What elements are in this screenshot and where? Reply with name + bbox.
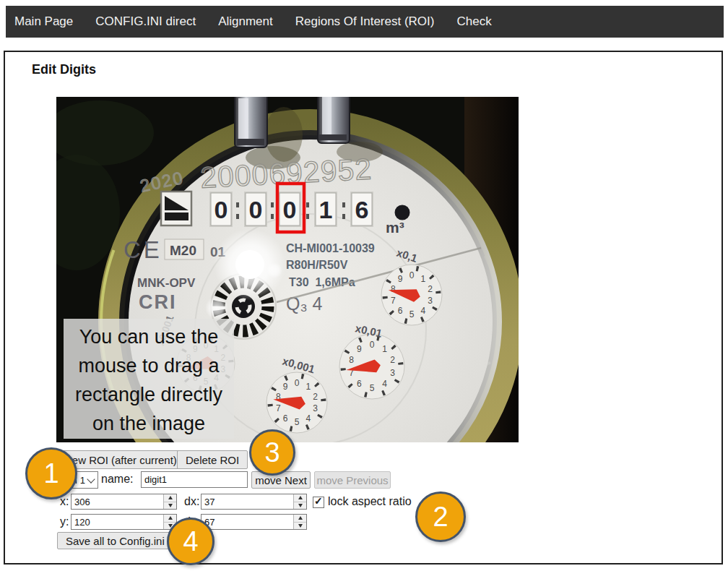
odometer-cell: 6: [350, 192, 373, 227]
spin-down-button[interactable]: [164, 502, 176, 510]
nav-item-main-page[interactable]: Main Page: [14, 14, 73, 29]
odometer-cell: 0: [244, 192, 267, 227]
svg-text:8: 8: [349, 355, 354, 365]
spin-up-button[interactable]: [164, 515, 176, 523]
svg-text:2: 2: [313, 392, 318, 402]
roi-name-input[interactable]: [141, 471, 248, 488]
svg-text:4: 4: [382, 379, 387, 389]
nav-item-alignment[interactable]: Alignment: [218, 14, 273, 29]
nav-item-regions-of-interest[interactable]: Regions Of Interest (ROI): [295, 14, 435, 29]
spin-down-button[interactable]: [294, 502, 306, 510]
x-spinner: [163, 494, 176, 509]
y-input[interactable]: [72, 515, 163, 529]
meter-ce-mark: CE: [124, 236, 162, 263]
move-previous-button[interactable]: move Previous: [314, 471, 391, 489]
meter-model: CRI: [139, 291, 177, 313]
y-field: [71, 514, 177, 530]
svg-text:9: 9: [357, 344, 362, 354]
page: Main Page CONFIG.INI direct Alignment Re…: [0, 0, 728, 571]
svg-text:0: 0: [283, 196, 297, 223]
top-navbar: Main Page CONFIG.INI direct Alignment Re…: [6, 6, 724, 38]
dy-field: [201, 514, 307, 530]
dx-input[interactable]: [202, 494, 293, 509]
svg-text:9: 9: [283, 382, 288, 392]
svg-text:3: 3: [428, 296, 433, 306]
odometer-cell: 0: [278, 192, 301, 227]
meter-flow-code: R80H/R50V: [286, 259, 348, 271]
edit-digits-panel: Edit Digits: [4, 51, 723, 564]
spin-up-button[interactable]: [164, 494, 176, 502]
svg-text:7: 7: [391, 296, 396, 306]
save-config-button[interactable]: Save all to Config.ini: [57, 532, 173, 549]
meter-dot: [395, 205, 410, 220]
svg-text:7: 7: [276, 403, 281, 413]
svg-text:4: 4: [306, 413, 311, 424]
svg-text:3: 3: [390, 368, 395, 378]
spin-down-button[interactable]: [294, 523, 306, 530]
dy-input[interactable]: [202, 515, 293, 529]
chevron-down-icon: [87, 475, 95, 483]
meter-brand: MNK-OPV: [137, 276, 196, 290]
arrow-up-icon: [298, 496, 303, 499]
page-title: Edit Digits: [32, 62, 96, 77]
arrow-up-icon: [298, 516, 303, 520]
meter-image[interactable]: 2020 2000692952 0: [56, 97, 519, 442]
x-field: [71, 494, 177, 510]
odometer-cell: 1: [314, 192, 337, 227]
callout-3: 3: [249, 429, 295, 476]
meter-unit: m³: [386, 219, 404, 236]
svg-text:2: 2: [428, 284, 433, 294]
arrow-down-icon: [298, 524, 303, 528]
svg-text:1: 1: [306, 382, 311, 392]
svg-text:6: 6: [398, 306, 403, 316]
meter-m20-label: M20: [170, 243, 196, 258]
arrow-up-icon: [168, 496, 173, 499]
callout-2: 2: [415, 491, 466, 542]
meter-temp-pressure: T30 1,6MPa: [289, 276, 355, 288]
dx-field: [201, 494, 307, 510]
spin-up-button[interactable]: [294, 515, 306, 523]
meter-q3-label: Q₃ 4: [286, 293, 323, 314]
svg-text:5: 5: [410, 309, 415, 319]
svg-text:1: 1: [382, 344, 387, 354]
svg-text:2: 2: [390, 355, 395, 365]
meter-clip-left: [235, 97, 267, 147]
meter-type-code: CH-MI001-10039: [286, 242, 375, 254]
lock-aspect-ratio-checkbox[interactable]: ✓: [313, 497, 324, 508]
arrow-down-icon: [298, 504, 303, 507]
svg-text:1: 1: [319, 196, 333, 223]
y-label: y:: [60, 515, 69, 528]
svg-text:0: 0: [370, 340, 375, 350]
nav-item-check[interactable]: Check: [456, 14, 491, 29]
svg-text:3: 3: [313, 403, 318, 413]
svg-text:9: 9: [398, 274, 403, 284]
svg-text:6: 6: [357, 379, 362, 389]
drag-hint-overlay: You can use the mouse to drag a rectangl…: [64, 319, 234, 439]
odometer-cell: 0: [209, 192, 233, 227]
svg-text:0: 0: [410, 270, 415, 280]
lock-aspect-ratio-label: lock aspect ratio: [328, 495, 412, 508]
meter-clip-right: [318, 97, 350, 143]
svg-text:5: 5: [370, 383, 375, 393]
svg-text:0: 0: [249, 196, 263, 223]
dx-spinner: [293, 494, 306, 509]
callout-4: 4: [167, 518, 214, 565]
nav-item-config-ini-direct[interactable]: CONFIG.INI direct: [95, 14, 196, 29]
svg-text:5: 5: [295, 417, 300, 427]
meter-logo: [161, 192, 191, 226]
svg-text:0: 0: [295, 378, 300, 388]
svg-text:6: 6: [355, 196, 369, 223]
check-icon: ✓: [314, 495, 323, 507]
dy-spinner: [293, 515, 306, 529]
arrow-down-icon: [168, 504, 173, 507]
spin-up-button[interactable]: [294, 494, 306, 502]
svg-text:4: 4: [421, 306, 426, 316]
name-label: name:: [101, 473, 133, 486]
dx-label: dx:: [184, 495, 199, 508]
svg-text:0: 0: [214, 196, 228, 223]
callout-1: 1: [25, 447, 77, 499]
delete-roi-button[interactable]: Delete ROI: [177, 450, 248, 469]
arrow-up-icon: [168, 516, 173, 520]
svg-text:6: 6: [283, 413, 288, 424]
x-input[interactable]: [72, 494, 163, 509]
